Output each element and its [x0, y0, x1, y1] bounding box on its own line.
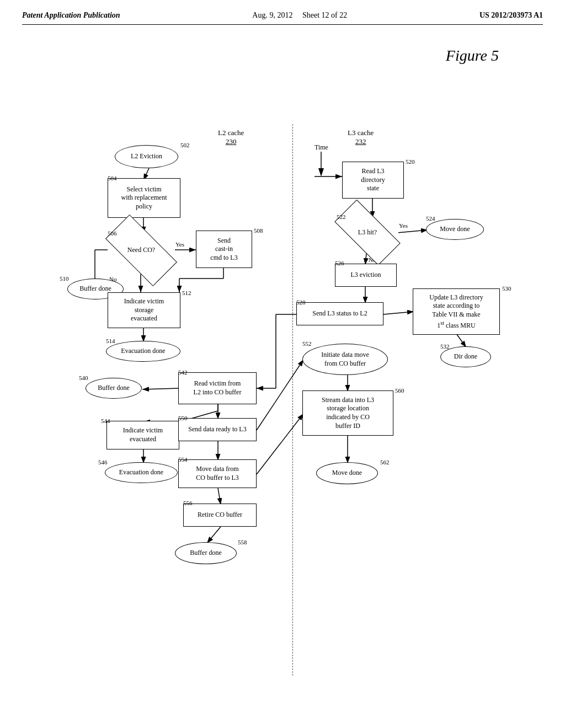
- l2-cache-label: L2 cache230: [218, 129, 244, 146]
- node-526-label: L3 eviction: [351, 271, 381, 280]
- node-540: Buffer done: [86, 378, 142, 399]
- node-504: Select victimwith replacementpolicy: [108, 178, 180, 218]
- node-554-label: Move data fromCO buffer to L3: [196, 465, 238, 482]
- num-524: 524: [426, 215, 435, 222]
- node-550: Send data ready to L3: [178, 418, 257, 441]
- l2-cache-num: 230: [226, 137, 237, 146]
- num-540: 540: [79, 374, 88, 381]
- node-502: L2 Eviction: [115, 145, 178, 168]
- node-540-label: Buffer done: [98, 384, 129, 393]
- node-542-label: Read victim fromL2 into CO buffer: [194, 379, 242, 397]
- node-514: Evacuation done: [106, 341, 180, 362]
- node-522: L3 hit?: [337, 217, 398, 248]
- header-date-sheet: Aug. 9, 2012 Sheet 12 of 22: [252, 11, 347, 20]
- node-552-label: Initiate data movefrom CO buffer: [321, 351, 369, 368]
- num-514: 514: [106, 338, 115, 344]
- l3-cache-num: 232: [355, 137, 366, 146]
- node-502-label: L2 Eviction: [131, 152, 162, 161]
- num-542: 542: [178, 369, 188, 376]
- num-554: 554: [178, 456, 188, 463]
- svg-text:Yes: Yes: [175, 241, 184, 248]
- node-558-label: Buffer done: [190, 549, 221, 558]
- node-526: L3 eviction: [335, 264, 397, 287]
- node-562-label: Move done: [332, 469, 362, 478]
- num-522: 522: [337, 213, 346, 220]
- num-520: 520: [406, 158, 415, 165]
- figure-title: Figure 5: [446, 47, 499, 65]
- node-554: Move data fromCO buffer to L3: [178, 459, 257, 488]
- num-528: 528: [296, 299, 306, 306]
- header-date: Aug. 9, 2012: [252, 11, 292, 19]
- num-512: 512: [182, 290, 191, 296]
- time-arrow-svg: [316, 152, 327, 176]
- node-532-label: Dir done: [454, 352, 477, 361]
- num-530: 530: [502, 285, 511, 292]
- node-552: Initiate data movefrom CO buffer: [302, 344, 388, 375]
- node-546: Evacuation done: [105, 462, 178, 483]
- patent-number: US 2012/203973 A1: [479, 11, 543, 20]
- node-560: Stream data into L3storage locationindic…: [302, 390, 393, 436]
- svg-line-16: [397, 230, 428, 233]
- page-header: Patent Application Publication Aug. 9, 2…: [22, 11, 543, 25]
- num-556: 556: [183, 500, 193, 506]
- node-556: Retire CO buffer: [183, 504, 257, 527]
- num-550: 550: [178, 415, 188, 421]
- node-510-label: Buffer done: [79, 285, 111, 293]
- node-508: Sendcast-incmd to L3: [196, 231, 252, 268]
- node-524: Move done: [426, 219, 484, 240]
- node-520: Read L3directorystate: [342, 162, 404, 199]
- partition-line: [292, 124, 293, 676]
- node-504-label: Select victimwith replacementpolicy: [121, 185, 167, 211]
- node-558: Buffer done: [175, 542, 237, 564]
- num-510: 510: [60, 275, 69, 282]
- svg-line-37: [257, 360, 303, 430]
- node-512-label: Indicate victimstorageevacuated: [124, 297, 164, 323]
- num-546: 546: [98, 459, 108, 465]
- node-530: Update L3 directorystate according toTab…: [413, 288, 500, 335]
- node-528: Send L3 status to L2: [296, 302, 383, 325]
- num-558: 558: [238, 539, 247, 545]
- node-544: Indicate victimevacuated: [106, 421, 179, 449]
- node-520-label: Read L3directorystate: [361, 167, 385, 193]
- node-506: Need CO?: [108, 233, 175, 267]
- num-552: 552: [302, 340, 312, 347]
- num-562: 562: [380, 459, 390, 465]
- diagram-area: Figure 5 L2 cache230 L3 cache232 Time: [22, 36, 543, 676]
- time-label: Time: [315, 143, 328, 152]
- svg-line-38: [257, 414, 303, 474]
- svg-line-22: [456, 334, 466, 347]
- num-502: 502: [180, 142, 190, 148]
- l3-cache-label: L3 cache232: [348, 129, 374, 146]
- page: Patent Application Publication Aug. 9, 2…: [0, 0, 565, 728]
- num-506: 506: [108, 230, 117, 237]
- node-524-label: Move done: [440, 225, 470, 234]
- num-544: 544: [101, 417, 110, 424]
- num-526: 526: [335, 260, 344, 266]
- svg-line-34: [207, 527, 221, 543]
- node-562: Move done: [316, 462, 378, 484]
- node-550-label: Send data ready to L3: [188, 425, 246, 434]
- node-506-label: Need CO?: [127, 246, 155, 255]
- node-530-label: Update L3 directorystate according toTab…: [429, 293, 483, 330]
- node-514-label: Evacuation done: [121, 347, 165, 356]
- node-560-label: Stream data into L3storage locationindic…: [322, 396, 374, 430]
- node-528-label: Send L3 status to L2: [312, 309, 367, 318]
- svg-text:Yes: Yes: [399, 222, 408, 229]
- node-556-label: Retire CO buffer: [198, 511, 242, 520]
- node-542: Read victim fromL2 into CO buffer: [178, 372, 257, 404]
- header-sheet: Sheet 12 of 22: [302, 11, 347, 19]
- num-508: 508: [254, 227, 263, 234]
- num-504: 504: [108, 175, 117, 181]
- node-546-label: Evacuation done: [119, 468, 163, 477]
- publication-label: Patent Application Publication: [22, 11, 120, 20]
- svg-line-21: [383, 312, 414, 314]
- node-522-label: L3 hit?: [358, 228, 377, 237]
- svg-line-26: [142, 388, 179, 389]
- svg-marker-1: [318, 168, 324, 176]
- num-532: 532: [440, 343, 450, 350]
- time-indicator: Time: [315, 143, 328, 176]
- svg-line-33: [218, 488, 221, 505]
- node-512: Indicate victimstorageevacuated: [108, 292, 180, 328]
- num-560: 560: [395, 387, 404, 394]
- node-544-label: Indicate victimevacuated: [123, 426, 163, 443]
